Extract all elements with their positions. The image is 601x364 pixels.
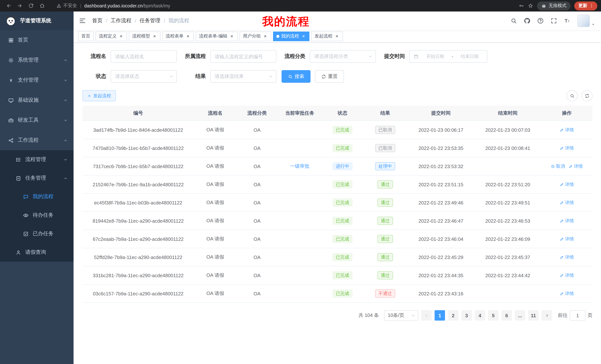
tag-tab-5[interactable]: 用户分组× <box>240 31 271 41</box>
help-icon[interactable] <box>537 18 544 24</box>
search-icon[interactable] <box>510 18 517 24</box>
detail-link[interactable]: 详情 <box>560 181 574 188</box>
incognito-badge[interactable]: 无痕模式 <box>537 1 571 10</box>
sidebar-item-process-mgmt[interactable]: 流程管理 <box>0 150 74 169</box>
cell-end-time: 2022-01-23 00:07:03 <box>474 121 541 139</box>
home-button[interactable] <box>37 1 47 10</box>
status-label: 状态 <box>82 73 106 80</box>
reload-icon <box>28 3 34 9</box>
table-row: 3ad174fb-7b9d-11ec-8404-acde48001122OA 请… <box>82 121 592 139</box>
result-select[interactable]: 请选择流结果 <box>210 70 276 83</box>
close-icon[interactable]: × <box>119 34 124 39</box>
sidebar-item-leave-query[interactable]: 请假查询 <box>0 243 74 262</box>
table-row: 819442e8-7b9a-11ec-a290-acde48001122OA 请… <box>82 211 592 230</box>
detail-link[interactable]: 详情 <box>560 127 574 133</box>
close-icon[interactable]: × <box>152 34 157 39</box>
detail-link[interactable]: 详情 <box>560 290 574 297</box>
sidebar-item-devtools[interactable]: 研发工具 <box>0 110 74 130</box>
edit-icon <box>560 182 564 186</box>
status-select[interactable]: 请选择状态 <box>111 70 177 83</box>
sidebar-item-todo-tasks[interactable]: 待办任务 <box>0 206 74 224</box>
detail-link[interactable]: 详情 <box>569 163 583 169</box>
detail-link[interactable]: 详情 <box>560 254 574 260</box>
sidebar-item-system[interactable]: 系统管理 <box>0 50 74 70</box>
process-def-input[interactable] <box>210 50 276 63</box>
tag-tab-7[interactable]: 发起流程× <box>311 31 343 41</box>
svg-text:T: T <box>565 18 568 23</box>
top-navbar: 首页/ 工作流程/ 任务管理/ 我的流程 TT <box>74 11 601 30</box>
breadcrumb-item-home[interactable]: 首页 <box>92 18 102 24</box>
page-button-2[interactable]: 2 <box>448 310 458 321</box>
detail-link[interactable]: 详情 <box>560 145 574 151</box>
close-icon[interactable]: × <box>185 34 190 39</box>
page-button-6[interactable]: 6 <box>501 310 512 321</box>
cancel-link[interactable]: 取消 <box>551 163 565 169</box>
cell-id: 67c2eaab-7b9a-11ec-a290-acde48001122 <box>82 230 194 248</box>
result-badge: 已取消 <box>375 126 395 134</box>
prev-page-button[interactable] <box>421 310 432 321</box>
tag-tab-6[interactable]: 我的流程× <box>273 31 310 41</box>
breadcrumb-item-task-mgmt[interactable]: 任务管理 <box>140 18 160 24</box>
show-search-button[interactable] <box>566 90 578 101</box>
process-name-input[interactable] <box>111 50 177 63</box>
reset-button[interactable]: 重置 <box>315 70 344 83</box>
reload-button[interactable] <box>26 1 36 10</box>
tag-tab-2[interactable]: 流程模型× <box>129 31 160 41</box>
sidebar-item-task-mgmt[interactable]: 任务管理 <box>0 169 74 187</box>
password-key-icon[interactable] <box>519 3 524 9</box>
font-size-icon[interactable]: TT <box>564 18 571 24</box>
page-button-1[interactable]: 1 <box>435 310 445 321</box>
page-button-3[interactable]: 3 <box>461 310 472 321</box>
tag-tab-4[interactable]: 流程表单-编辑× <box>196 31 238 41</box>
breadcrumb-item-workflow[interactable]: 工作流程 <box>111 18 131 24</box>
update-button[interactable]: 更新 <box>574 1 597 10</box>
status-badge: 已完成 <box>332 144 352 152</box>
create-process-button[interactable]: 发起流程 <box>82 90 116 101</box>
sidebar-item-my-process[interactable]: 我的流程 <box>0 187 74 206</box>
refresh-table-button[interactable] <box>581 90 592 101</box>
app-logo-row[interactable]: 芋道管理系统 <box>0 11 74 30</box>
cell-current-task <box>278 175 322 193</box>
goto-page-input[interactable] <box>570 310 585 321</box>
detail-link[interactable]: 详情 <box>560 200 574 206</box>
user-menu[interactable] <box>577 14 595 27</box>
close-icon[interactable]: × <box>334 34 340 39</box>
address-bar[interactable]: 不安全 | dashboard.yudao.iocoder.cn/bpm/tas… <box>53 3 513 9</box>
detail-link[interactable]: 详情 <box>560 218 574 224</box>
tab-label: 流程表单-编辑 <box>199 33 227 39</box>
table-row: 331bc281-7b9a-11ec-a290-acde48001122OA 请… <box>82 266 592 284</box>
page-button-4[interactable]: 4 <box>475 310 485 321</box>
detail-link[interactable]: 详情 <box>560 272 574 278</box>
current-task-link[interactable]: 一级审批 <box>290 163 310 170</box>
cell-submit-time: 2022-01-22 23:51:15 <box>408 175 474 193</box>
detail-link[interactable]: 详情 <box>560 236 574 242</box>
page-button-5[interactable]: 5 <box>488 310 499 321</box>
sidebar-item-infra[interactable]: 基础设施 <box>0 90 74 110</box>
close-icon[interactable]: × <box>301 34 306 39</box>
next-page-button[interactable] <box>541 310 552 321</box>
submit-time-range-picker[interactable]: 开始日期 - 结束日期 <box>409 50 487 63</box>
github-icon[interactable] <box>524 18 531 24</box>
back-button[interactable] <box>4 1 13 10</box>
search-button[interactable]: 搜索 <box>281 70 311 83</box>
sidebar-item-home[interactable]: 首页 <box>0 30 74 50</box>
page-size-select[interactable]: 10条/页 <box>384 310 418 321</box>
tag-tab-0[interactable]: 首页 <box>78 31 94 41</box>
close-icon[interactable]: × <box>229 34 234 39</box>
tag-tab-1[interactable]: 流程定义× <box>95 31 127 41</box>
category-select[interactable]: 请选择流程分类 <box>310 50 376 63</box>
sidebar-item-done-tasks[interactable]: 已办任务 <box>0 224 74 243</box>
bookmark-star-icon[interactable] <box>528 3 533 9</box>
sidebar-toggle-icon[interactable] <box>79 17 86 25</box>
tag-tab-3[interactable]: 流程表单× <box>162 31 194 41</box>
plus-icon <box>87 94 91 98</box>
sidebar-item-workflow[interactable]: 工作流程 <box>0 130 74 150</box>
browser-menu-icon[interactable] <box>589 3 594 8</box>
more-pages-button[interactable]: ... <box>515 310 525 321</box>
avatar[interactable] <box>577 14 590 27</box>
forward-button[interactable] <box>15 1 25 10</box>
sidebar-item-payment[interactable]: ¥ 支付管理 <box>0 70 74 90</box>
close-icon[interactable]: × <box>263 34 268 39</box>
fullscreen-icon[interactable] <box>551 18 557 24</box>
page-button-11[interactable]: 11 <box>528 310 539 321</box>
